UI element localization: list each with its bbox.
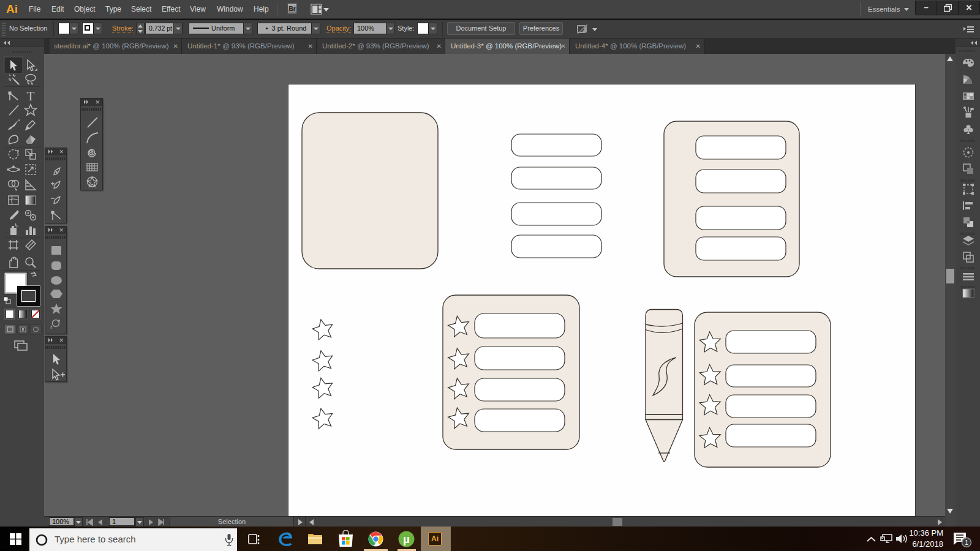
- svg-text:µ: µ: [403, 533, 410, 545]
- svg-text:1: 1: [965, 539, 968, 546]
- svg-text:T: T: [27, 89, 35, 103]
